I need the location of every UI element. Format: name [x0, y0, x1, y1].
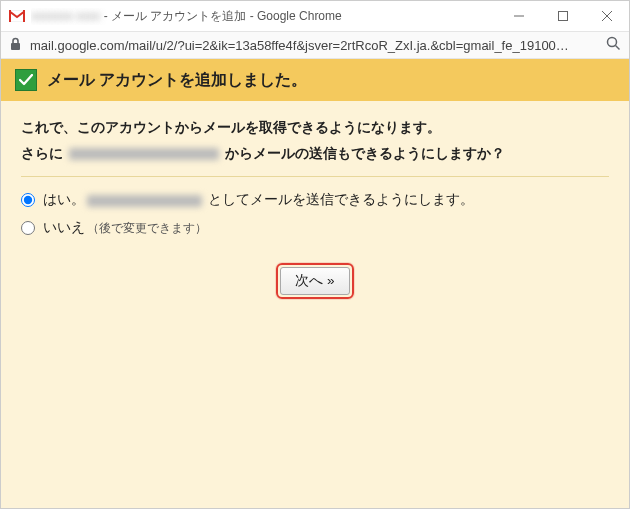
page-title: メール アカウントを追加しました。 [47, 70, 307, 91]
radio-yes[interactable] [21, 193, 35, 207]
svg-rect-4 [559, 12, 568, 21]
checkmark-icon [15, 69, 37, 91]
intro-line-2: さらに からメールの送信もできるようにしますか？ [21, 141, 609, 167]
svg-rect-1 [9, 10, 11, 22]
lock-icon [9, 37, 22, 54]
svg-line-9 [616, 46, 620, 50]
address-bar: mail.google.com/mail/u/2/?ui=2&ik=13a58f… [1, 31, 629, 59]
svg-rect-2 [23, 10, 25, 22]
radio-no[interactable] [21, 221, 35, 235]
redacted-email [87, 195, 202, 207]
browser-window: xxxxxxx xxxx - メール アカウントを追加 - Google Chr… [0, 0, 630, 509]
option-yes[interactable]: はい。 としてメールを送信できるようにします。 [21, 191, 609, 209]
minimize-button[interactable] [497, 1, 541, 31]
option-no[interactable]: いいえ（後で変更できます） [21, 219, 609, 237]
window-title: xxxxxxx xxxx - メール アカウントを追加 - Google Chr… [31, 8, 497, 25]
radio-group: はい。 としてメールを送信できるようにします。 いいえ（後で変更できます） [21, 191, 609, 237]
button-row: 次へ » [21, 263, 609, 299]
redacted-text: xxxxxxx xxxx [31, 9, 100, 23]
window-controls [497, 1, 629, 31]
page-content: メール アカウントを追加しました。 これで、このアカウントからメールを取得できる… [1, 59, 629, 508]
url-text[interactable]: mail.google.com/mail/u/2/?ui=2&ik=13a58f… [30, 38, 598, 53]
svg-point-8 [608, 38, 617, 47]
intro-line-1: これで、このアカウントからメールを取得できるようになります。 [21, 115, 609, 141]
next-button[interactable]: 次へ » [280, 267, 349, 295]
svg-rect-7 [11, 43, 20, 50]
intro-text: これで、このアカウントからメールを取得できるようになります。 さらに からメール… [21, 115, 609, 166]
next-button-highlight: 次へ » [276, 263, 353, 299]
zoom-icon[interactable] [606, 36, 621, 54]
option-no-label: いいえ（後で変更できます） [43, 219, 207, 237]
maximize-button[interactable] [541, 1, 585, 31]
redacted-email [69, 148, 219, 160]
gmail-icon [9, 10, 25, 22]
separator [21, 176, 609, 177]
titlebar: xxxxxxx xxxx - メール アカウントを追加 - Google Chr… [1, 1, 629, 31]
close-button[interactable] [585, 1, 629, 31]
success-banner: メール アカウントを追加しました。 [1, 59, 629, 101]
option-yes-label: はい。 としてメールを送信できるようにします。 [43, 191, 474, 209]
